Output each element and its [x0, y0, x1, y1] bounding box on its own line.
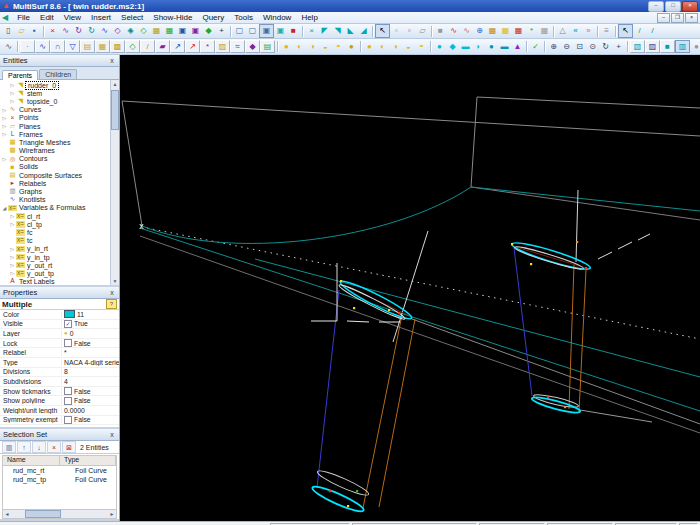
viewport-3d[interactable]: x [120, 55, 700, 521]
tree-item-label[interactable]: Text Labels [17, 278, 56, 285]
view-profile-icon[interactable]: ◗ [472, 41, 485, 53]
tree-item-label[interactable]: Variables & Formulas [17, 204, 87, 211]
save-file-icon[interactable]: ▪ [28, 25, 41, 37]
tree-item-label[interactable]: Planes [17, 123, 42, 130]
expander-open-icon[interactable]: ◢ [1, 205, 8, 211]
remove-icon[interactable]: × [47, 441, 61, 453]
display-wire-icon[interactable]: ▧ [630, 40, 645, 53]
mesh-yellow-icon[interactable]: ▦ [499, 25, 512, 37]
mesh-check-icon[interactable]: ▦ [512, 25, 525, 37]
prop-divisions[interactable]: Divisions8 [0, 368, 119, 378]
property-value[interactable]: 8 [62, 368, 119, 375]
clear-all-icon[interactable]: ⊠ [62, 441, 76, 453]
scroll-left-icon[interactable]: ◄ [3, 511, 11, 517]
insert-blend-icon[interactable]: ▩ [110, 40, 125, 53]
hscroll-thumb[interactable] [25, 510, 61, 518]
property-value[interactable]: 4 [62, 378, 119, 385]
mirror-icon[interactable]: ◈ [124, 25, 137, 37]
tree-item-fc[interactable]: x=fc [0, 228, 110, 236]
column-header-type[interactable]: Type [60, 456, 116, 465]
tree-item-label[interactable]: tc [25, 237, 34, 244]
menu-select[interactable]: Select [116, 13, 148, 22]
tree-item-topside_0[interactable]: ▷◥topside_0 [0, 97, 110, 105]
mdi-minimize-button[interactable]: ‒ [657, 13, 670, 23]
knot-tool-icon[interactable]: ∿ [2, 41, 15, 53]
show-layer-icon[interactable]: ◒ [402, 41, 415, 53]
corner-nw-icon[interactable]: ◤ [318, 25, 331, 37]
insert-mesh-icon[interactable]: ▨ [215, 40, 230, 53]
tree-item-composite-surfaces[interactable]: ▤Composite Surfaces [0, 171, 110, 179]
show-all-icon[interactable]: ● [280, 41, 293, 53]
rotate-entity-icon[interactable]: ↻ [72, 25, 85, 37]
tree-item-label[interactable]: y_in_rt [25, 245, 50, 252]
tree-item-label[interactable]: Knotlists [17, 196, 47, 203]
property-value[interactable]: False [62, 397, 119, 405]
property-value[interactable]: NACA 4-digit series, ma [62, 359, 119, 366]
prop-weight-unit-length[interactable]: Weight/unit length0.0000 [0, 406, 119, 416]
move-down-icon[interactable]: ↓ [32, 441, 46, 453]
tree-item-stem[interactable]: ▷◥stem [0, 89, 110, 97]
tree-item-label[interactable]: cl_rt [25, 213, 42, 220]
porcupine-icon[interactable]: ∿ [460, 25, 473, 37]
tree-item-tc[interactable]: x=tc [0, 237, 110, 245]
prop-user-data[interactable]: User data [0, 425, 119, 427]
scroll-down-icon[interactable]: ▼ [113, 277, 118, 285]
insert-bcurve-icon[interactable]: ▽ [65, 40, 80, 53]
tree-item-knotlists[interactable]: ∿Knotlists [0, 196, 110, 204]
scroll-right-icon[interactable]: ► [108, 511, 116, 517]
expander-closed-icon[interactable]: ▷ [9, 221, 16, 227]
select-rect-icon[interactable]: ▫ [390, 25, 403, 37]
show-set-icon[interactable]: ◒ [319, 41, 332, 53]
view-window-2-icon[interactable]: ▢ [246, 25, 259, 37]
display-sphere-icon[interactable]: ● [690, 41, 700, 53]
insert-arc-icon[interactable]: ∩ [50, 40, 65, 53]
prop-type[interactable]: TypeNACA 4-digit series, ma [0, 358, 119, 368]
insert-ruled-icon[interactable]: ▦ [95, 40, 110, 53]
prop-layer[interactable]: Layer●0 [0, 329, 119, 339]
hide-set-icon[interactable]: ◓ [332, 41, 345, 53]
tree-item-label[interactable]: Curves [17, 106, 43, 113]
options-icon[interactable]: ≡ [600, 25, 613, 37]
checkbox-unchecked-icon[interactable] [64, 416, 72, 424]
tree-item-label[interactable]: y_in_tp [25, 254, 52, 261]
rotate-copy-icon[interactable]: ↻ [85, 25, 98, 37]
checkbox-unchecked-icon[interactable] [64, 397, 72, 405]
mesh-orange-icon[interactable]: ▦ [486, 25, 499, 37]
checkbox-checked-icon[interactable]: ✓ [64, 320, 72, 328]
zoom-in-icon[interactable]: ⊕ [547, 41, 560, 53]
expander-closed-icon[interactable]: ▷ [1, 131, 8, 137]
expander-closed-icon[interactable]: ▷ [1, 123, 8, 129]
property-value[interactable]: * [62, 349, 119, 356]
tree-item-label[interactable]: y_out_rt [25, 262, 54, 269]
prop-color[interactable]: Color11 [0, 310, 119, 320]
table-yellow-icon[interactable]: ▦ [150, 25, 163, 37]
tree-item-points[interactable]: ▷×Points [0, 114, 110, 122]
add-icon[interactable]: + [215, 25, 228, 37]
delete-icon[interactable]: × [46, 25, 59, 37]
view-sphere-icon[interactable]: ● [433, 41, 446, 53]
color-swatch[interactable] [64, 310, 75, 318]
maximize-button[interactable]: □ [665, 1, 681, 12]
mdi-close-button[interactable]: × [685, 13, 698, 23]
selection-hscrollbar[interactable]: ◄ ► [3, 509, 116, 518]
tree-item-frames[interactable]: ▷LFrames [0, 130, 110, 138]
insert-curve-icon[interactable]: ∿ [35, 40, 50, 53]
selection-list-icon[interactable]: ▥ [2, 441, 16, 453]
corner-sw-icon[interactable]: ◣ [344, 25, 357, 37]
pick-pointer-icon[interactable]: ↖ [618, 24, 633, 38]
view-window-1-icon[interactable]: ▢ [233, 25, 246, 37]
expander-closed-icon[interactable]: ▷ [1, 107, 8, 113]
prop-show-tickmarks[interactable]: Show tickmarksFalse [0, 387, 119, 397]
prop-subdivisions[interactable]: Subdivisions4 [0, 377, 119, 387]
selection-close-icon[interactable]: x [108, 431, 116, 438]
expander-closed-icon[interactable]: ▷ [9, 262, 16, 268]
tree-item-label[interactable]: Wireframes [17, 147, 57, 154]
menu-file[interactable]: File [12, 13, 35, 22]
view-window-red-icon[interactable]: ■ [287, 25, 300, 37]
property-value[interactable]: ✓True [62, 320, 119, 328]
insert-plane-icon[interactable]: ◇ [125, 40, 140, 53]
tree-item-contours[interactable]: ▷◎Contours [0, 155, 110, 163]
zoom-previous-icon[interactable]: ⊙ [586, 41, 599, 53]
open-file-icon[interactable]: ▱ [15, 25, 28, 37]
checkbox-unchecked-icon[interactable] [64, 387, 72, 395]
